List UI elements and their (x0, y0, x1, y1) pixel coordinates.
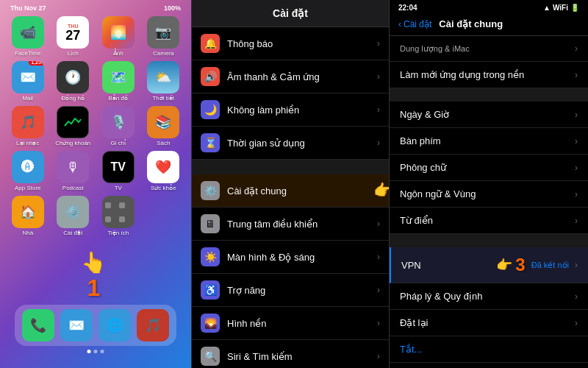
general-label: Cài đặt chung (227, 185, 377, 197)
app-clock[interactable]: 🕐 Đồng hồ (53, 61, 94, 102)
settings-item-display[interactable]: ☀️ Màn hình & Độ sáng › (192, 241, 389, 274)
app-icon-img: ❤️ (147, 151, 179, 183)
app-label: FaceTime (15, 50, 40, 57)
app-label: Lịch (68, 50, 79, 57)
app-utilities[interactable]: Tiện ích (98, 196, 139, 236)
general-item-keyboard[interactable]: Bàn phím › (390, 128, 588, 155)
signal-icon: ▲ (543, 4, 551, 12)
status-bar: Thu Nov 27 100% (0, 0, 191, 13)
app-icon-img: 🎙 (57, 151, 89, 183)
back-button[interactable]: ‹ Cài đặt (398, 19, 431, 29)
wifi-icon: WiFi (553, 4, 568, 12)
general-item-vpn[interactable]: VPN 👉 3 Đã kết nối › (390, 247, 588, 283)
general-item-legal[interactable]: Pháp lý & Quy định › (390, 283, 588, 310)
app-music[interactable]: 🎵 Lại nhạc (7, 106, 49, 146)
chevron-icon: › (575, 291, 578, 302)
app-label: Mail (22, 95, 33, 102)
controlcenter-label: Trung tâm điều khiển (227, 219, 377, 230)
general-item-fonts[interactable]: Phông chữ › (390, 155, 588, 181)
display-icon: ☀️ (201, 247, 220, 266)
app-health[interactable]: ❤️ Sức khỏe (143, 151, 184, 191)
main-container: Thu Nov 27 100% 📹 FaceTime THU 27 Lịch 🌅… (0, 0, 588, 368)
app-icon-img: 🌅 (102, 16, 135, 49)
wallpaper-label: Hình nền (227, 318, 377, 329)
app-maps[interactable]: 🗺️ Bản đồ (98, 61, 139, 102)
general-settings-list: Dung lượng & iMac › Làm mới ứng dụng tro… (390, 36, 588, 363)
dock-mail[interactable]: ✉️ (60, 309, 93, 342)
wallpaper-icon: 🌄 (201, 314, 220, 333)
settings-list: 🔔 Thông báo › 🔊 Âm thanh & Cảm ứng › 🌙 K… (192, 27, 389, 368)
app-icon-img (102, 196, 135, 228)
app-podcast[interactable]: 🎙️ Gi chỉ (98, 106, 139, 146)
app-label: Gi chỉ (110, 140, 126, 146)
settings-item-wallpaper[interactable]: 🌄 Hình nền › (192, 307, 389, 340)
app-stocks[interactable]: Chứng khoán (53, 106, 94, 146)
dock-phone[interactable]: 📞 (22, 309, 54, 342)
hand-right-icon: 👉 (373, 181, 389, 200)
siri-icon: 🔍 (201, 347, 220, 366)
app-photos[interactable]: 🌅 Ảnh (98, 16, 139, 57)
app-tv[interactable]: TV TV (98, 151, 139, 191)
app-weather[interactable]: ⛅ Thời tiết (143, 61, 184, 102)
app-camera[interactable]: 📷 Camera (143, 16, 184, 57)
siri-label: Siri & Tìm kiếm (227, 351, 377, 362)
reset-label: Đặt lại (400, 317, 428, 328)
vpn-status-area: 👉 3 Đã kết nối › (496, 255, 578, 275)
panel3-title: Cài đặt chung (439, 18, 503, 29)
settings-item-general[interactable]: ⚙️ Cài đặt chung › 👉 2 (192, 174, 389, 208)
app-label: Ảnh (113, 50, 123, 57)
settings-item-dnd[interactable]: 🌙 Không làm phiền › (192, 93, 389, 127)
settings-item-controlcenter[interactable]: 🖥 Trung tâm điều khiển › (192, 208, 389, 241)
mail-badge: 1,254 (29, 61, 44, 66)
shutdown-label: Tắt... (400, 344, 422, 355)
general-item-datetime[interactable]: Ngày & Giờ › (390, 102, 588, 128)
app-calendar[interactable]: THU 27 Lịch (53, 16, 94, 57)
settings-item-sound[interactable]: 🔊 Âm thanh & Cảm ứng › (192, 60, 389, 93)
chevron-icon: › (377, 219, 380, 229)
app-facetime[interactable]: 📹 FaceTime (7, 16, 49, 57)
app-appstore[interactable]: 🅐 App Store (7, 151, 49, 191)
chevron-icon: › (575, 43, 578, 54)
settings-item-notifications[interactable]: 🔔 Thông báo › (192, 27, 389, 60)
settings-item-screentime[interactable]: ⌛ Thời gian sử dụng › (192, 127, 389, 160)
general-item-shutdown[interactable]: Tắt... (390, 336, 588, 363)
general-item-reset[interactable]: Đặt lại › (390, 310, 588, 336)
general-item-backgroundrefresh[interactable]: Làm mới ứng dụng trong nền › (390, 62, 588, 88)
screentime-icon: ⌛ (201, 133, 220, 152)
app-icon-img: THU 27 (57, 16, 89, 49)
app-settings[interactable]: ⚙️ Cài đặt (53, 196, 94, 236)
chevron-icon: › (575, 216, 578, 226)
app-grid: 📹 FaceTime THU 27 Lịch 🌅 Ảnh 📷 Camera (0, 13, 191, 239)
app-icon-img: ✉️ 1,254 (12, 61, 44, 93)
general-item-language[interactable]: Ngôn ngữ & Vùng › (390, 181, 588, 208)
app-podcast2[interactable]: 🎙 Podcast (53, 151, 94, 191)
app-book[interactable]: 📚 Sách (143, 106, 184, 146)
chevron-icon: › (575, 260, 578, 270)
dnd-icon: 🌙 (201, 100, 220, 119)
app-home[interactable]: 🏠 Nhà (7, 196, 49, 236)
settings-item-siri[interactable]: 🔍 Siri & Tìm kiếm › (192, 340, 389, 368)
general-item-dictionary[interactable]: Từ điển › (390, 208, 588, 234)
step-number-1: 1 (87, 275, 101, 302)
settings-item-accessibility[interactable]: ♿ Trợ năng › (192, 274, 389, 307)
app-icon-img: 🎵 (12, 106, 44, 138)
general-item-storage[interactable]: Dung lượng & iMac › (390, 36, 588, 62)
chevron-icon: › (377, 38, 380, 49)
panel-iphone-home: Thu Nov 27 100% 📹 FaceTime THU 27 Lịch 🌅… (0, 0, 191, 368)
app-icon-img: 🎙️ (102, 106, 135, 138)
language-label: Ngôn ngữ & Vùng (400, 188, 476, 199)
dock-safari[interactable]: 🌐 (98, 309, 131, 342)
app-label: Tiện ích (107, 230, 129, 236)
keyboard-label: Bàn phím (400, 135, 441, 146)
app-icon-img: 🕐 (57, 61, 89, 93)
app-label: App Store (15, 185, 41, 191)
screentime-label: Thời gian sử dụng (227, 138, 377, 149)
app-dock: 📞 ✉️ 🌐 🎵 (15, 305, 176, 346)
app-icon-img: ⚙️ (57, 196, 89, 228)
dot-2 (94, 350, 98, 353)
dock-music[interactable]: 🎵 (137, 309, 169, 342)
panel3-statusbar: 22:04 ▲ WiFi 🔋 (390, 0, 588, 15)
display-label: Màn hình & Độ sáng (227, 252, 377, 263)
chevron-icon: › (377, 318, 380, 328)
app-mail[interactable]: ✉️ 1,254 Mail (7, 61, 49, 102)
